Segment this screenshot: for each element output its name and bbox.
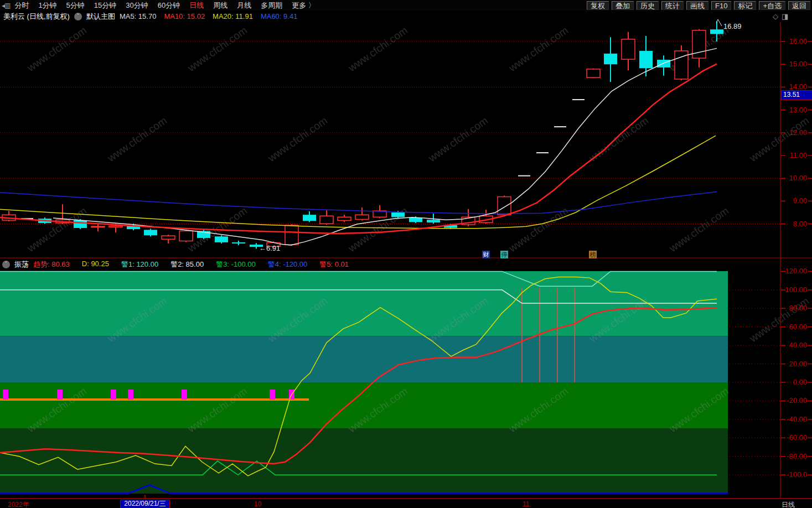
ma-value: MA60: 9.41 (261, 12, 298, 20)
period-tab[interactable]: 5分钟 (66, 1, 85, 11)
price-label: 16.00 (789, 37, 807, 45)
watermark: www.cfchi.com (265, 115, 329, 164)
toolbar-button[interactable]: 画线 (686, 1, 708, 10)
oscillator-value-label: -80.00 (787, 452, 807, 460)
toolbar-button[interactable]: 历史 (637, 1, 659, 10)
ma-value: MA10: 15.02 (164, 12, 205, 20)
magenta-signal-bar (57, 390, 63, 400)
event-badge[interactable]: 榜 (589, 251, 597, 258)
collapse-sidebar-icon[interactable]: ◂▥ (2, 2, 10, 9)
price-label: 15.00 (789, 60, 807, 68)
indicator-header: ˇ 振荡 趋势: 80.63D: 90.25警1: 120.00警2: 85.0… (0, 259, 783, 270)
magenta-signal-bar (270, 390, 275, 400)
indicator-values: 趋势: 80.63D: 90.25警1: 120.00警2: 85.00警3: … (33, 260, 349, 269)
oscillator-value-label: -20.00 (787, 396, 807, 405)
candle-down[interactable] (710, 29, 723, 34)
chevron-down-icon[interactable]: ˇ (2, 261, 10, 268)
oscillator-value-label: 100.00 (785, 286, 807, 294)
toolbar-button[interactable]: F10 (711, 1, 731, 10)
one-price-candle[interactable] (536, 152, 549, 153)
oscillator-value-label: 60.00 (789, 323, 807, 331)
candle-up[interactable] (109, 226, 122, 227)
candle-down[interactable] (303, 215, 316, 221)
chart-title-bar: 美利云 (日线,前复权) ˇ 默认主图 MA5: 15.70MA10: 15.0… (0, 11, 784, 22)
period-tab[interactable]: 1分钟 (38, 1, 56, 11)
layout-label: 默认主图 (86, 12, 115, 22)
selected-date-label[interactable]: 2022/09/21/三 (120, 500, 170, 508)
price-label: 11.00 (789, 151, 807, 159)
watermark: www.cfchi.com (24, 24, 89, 74)
oscillator-value-label: -100.0 (787, 470, 807, 479)
watermark: www.cfchi.com (105, 115, 169, 164)
period-tab[interactable]: 多周期 (261, 1, 282, 11)
candle-up[interactable] (587, 69, 600, 77)
period-tab[interactable]: 月线 (237, 1, 251, 11)
period-tab[interactable]: 分时 (14, 1, 29, 11)
event-badge[interactable]: 财 (482, 251, 490, 258)
price-label: 8.00 (793, 220, 807, 228)
one-price-candle[interactable] (572, 99, 585, 100)
candle-up[interactable] (285, 225, 298, 245)
period-tab[interactable]: 周线 (213, 1, 227, 11)
candle-up[interactable] (179, 231, 193, 241)
period-label: 日线 (782, 500, 795, 508)
toolbar-button[interactable]: 统计 (661, 1, 684, 10)
candle-down[interactable] (144, 230, 157, 235)
period-tab[interactable]: 更多 〉 (292, 1, 316, 11)
candle-down[interactable] (74, 220, 87, 228)
toolbar: 复权叠加历史统计画线F10标记+自选返回 (587, 1, 812, 10)
candle-up[interactable] (622, 39, 635, 59)
candle-up[interactable] (320, 216, 333, 224)
trading-terminal: www.cfchi.comwww.cfchi.comwww.cfchi.comw… (0, 0, 812, 508)
last-price-tag: 13.51 (781, 90, 812, 100)
panel-toggle-icon[interactable]: ◨ (782, 12, 788, 20)
candle-up[interactable] (498, 197, 511, 215)
candle-down[interactable] (604, 54, 617, 64)
toolbar-button[interactable]: 返回 (788, 1, 810, 10)
indicator-value: 警1: 120.00 (121, 260, 158, 269)
event-badge[interactable]: 停 (500, 251, 508, 258)
one-price-candle[interactable] (554, 126, 566, 127)
toolbar-button[interactable]: +自选 (759, 1, 785, 10)
candle-up[interactable] (91, 226, 105, 227)
period-tab[interactable]: 15分钟 (94, 1, 116, 11)
candle-up[interactable] (692, 30, 706, 58)
indicator-value: 警5: 0.01 (319, 260, 349, 269)
diamond-icon[interactable]: ◇ (773, 12, 778, 20)
chart-canvas[interactable]: www.cfchi.comwww.cfchi.comwww.cfchi.comw… (0, 0, 812, 508)
high-price-annotation: 16.89 (723, 22, 742, 30)
period-tab[interactable]: 日线 (189, 1, 204, 11)
candle-down[interactable] (215, 236, 228, 242)
candle-down[interactable] (427, 220, 440, 222)
price-label: 10.00 (789, 174, 807, 182)
indicator-name[interactable]: 振荡 (14, 260, 29, 269)
low-price-annotation: ←6.91 (259, 244, 280, 252)
toolbar-button[interactable]: 复权 (587, 1, 609, 10)
one-price-candle[interactable] (518, 175, 530, 177)
bottom-axis: 2022年 2022/09/21/三 1011 日线 (0, 498, 812, 508)
chevron-down-icon[interactable]: ˇ (74, 13, 82, 20)
chart-corner-icons: ◇ ◨ (773, 12, 788, 20)
toolbar-button[interactable]: 标记 (734, 1, 756, 10)
candle-up[interactable] (355, 215, 369, 219)
oscillator-value-label: 80.00 (789, 304, 807, 312)
ma-line-ma60 (0, 192, 717, 214)
indicator-value: 警2: 85.00 (170, 260, 204, 269)
watermark: www.cfchi.com (345, 24, 410, 74)
candle-up[interactable] (162, 236, 175, 239)
candle-down[interactable] (232, 242, 245, 243)
period-tab[interactable]: 60分钟 (158, 1, 180, 11)
oscillator-value-label: 20.00 (789, 360, 807, 368)
price-label: 9.00 (793, 196, 807, 205)
magenta-signal-bar (182, 390, 187, 400)
magenta-signal-bar (111, 390, 116, 400)
candle-up[interactable] (338, 217, 351, 220)
period-tab[interactable]: 30分钟 (126, 1, 148, 11)
candle-down[interactable] (639, 51, 653, 68)
ma-value: MA20: 11.91 (213, 12, 253, 20)
magenta-signal-bar (128, 390, 133, 400)
watermark: www.cfchi.com (185, 24, 249, 74)
symbol-title: 美利云 (日线,前复权) (3, 12, 70, 22)
toolbar-button[interactable]: 叠加 (612, 1, 634, 10)
candle-down[interactable] (391, 212, 405, 217)
